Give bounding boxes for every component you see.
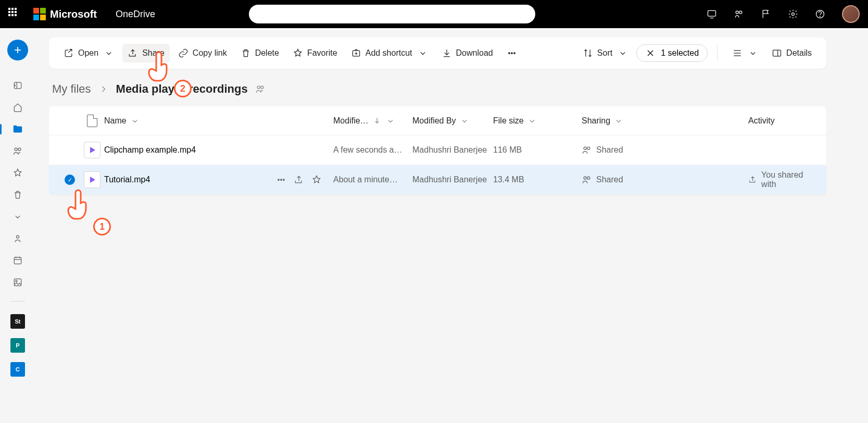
sort-button[interactable]: Sort <box>577 44 633 63</box>
home-icon[interactable] <box>11 101 24 114</box>
check-icon: ✓ <box>65 175 75 185</box>
download-label: Download <box>456 48 493 58</box>
microsoft-logo[interactable]: Microsoft <box>33 8 97 20</box>
add-button[interactable]: + <box>7 40 28 60</box>
svg-point-23 <box>508 53 510 54</box>
shared-icon[interactable] <box>11 145 24 157</box>
table-row[interactable]: Clipchamp example.mp4 A few seconds a… M… <box>49 135 826 165</box>
breadcrumb-root[interactable]: My files <box>52 82 91 96</box>
file-modified-by: Madhushri Banerjee <box>412 175 493 184</box>
panel-icon[interactable] <box>11 79 24 92</box>
file-type-icon <box>87 115 97 127</box>
download-button[interactable]: Download <box>436 44 498 63</box>
arrow-down-icon <box>372 116 382 126</box>
svg-point-38 <box>281 179 282 181</box>
flag-icon[interactable] <box>761 9 771 19</box>
list-view-icon <box>732 48 743 58</box>
photos-icon[interactable] <box>11 276 24 289</box>
more-button[interactable] <box>501 44 522 63</box>
gear-icon[interactable] <box>788 9 798 19</box>
help-icon[interactable] <box>815 9 825 19</box>
sort-icon <box>583 48 593 58</box>
screen-icon[interactable] <box>707 9 717 19</box>
delete-button[interactable]: Delete <box>235 44 284 63</box>
share-icon[interactable] <box>294 175 304 185</box>
row-checkbox[interactable]: ✓ <box>59 175 80 185</box>
svg-point-19 <box>16 280 17 282</box>
svg-point-37 <box>278 179 280 181</box>
chevron-down-icon <box>385 116 396 126</box>
download-icon <box>442 48 452 58</box>
top-bar: Microsoft OneDrive <box>0 0 868 28</box>
column-file-size[interactable]: File size <box>493 116 582 126</box>
svg-point-33 <box>257 86 260 89</box>
my-files-icon[interactable] <box>11 123 24 135</box>
file-activity: You shared with <box>748 170 816 189</box>
star-icon <box>293 48 303 58</box>
file-modified: A few seconds a… <box>333 145 412 155</box>
favorite-label: Favorite <box>307 48 337 58</box>
more-icon <box>507 48 517 58</box>
favorite-button[interactable]: Favorite <box>287 44 343 63</box>
user-avatar[interactable] <box>842 5 860 23</box>
search-input[interactable] <box>249 5 535 23</box>
column-sharing[interactable]: Sharing <box>582 116 748 126</box>
expand-icon[interactable] <box>11 210 24 223</box>
column-activity[interactable]: Activity <box>748 116 816 126</box>
svg-point-4 <box>736 11 738 14</box>
column-modified[interactable]: Modifie… <box>333 116 412 126</box>
file-modified-by: Madhushri Banerjee <box>412 145 493 155</box>
favorites-icon[interactable] <box>11 167 24 179</box>
table-row[interactable]: ✓ Tutorial.mp4 About a minute… Madhushri… <box>49 165 826 195</box>
delete-label: Delete <box>255 48 279 58</box>
copy-link-button[interactable]: Copy link <box>173 44 232 63</box>
chevron-down-icon <box>613 116 624 126</box>
svg-point-0 <box>259 10 264 16</box>
svg-point-39 <box>283 179 285 181</box>
view-toggle-button[interactable] <box>727 44 763 63</box>
open-label: Open <box>78 48 98 58</box>
add-shortcut-button[interactable]: Add shortcut <box>346 44 433 63</box>
share-button[interactable]: Share <box>122 44 170 63</box>
open-button[interactable]: Open <box>58 44 119 63</box>
svg-point-36 <box>587 147 590 150</box>
app-name[interactable]: OneDrive <box>116 9 155 20</box>
file-sharing[interactable]: Shared <box>582 145 748 155</box>
chevron-down-icon <box>104 48 114 58</box>
chevron-down-icon <box>459 116 470 126</box>
file-size: 116 MB <box>493 145 582 155</box>
chevron-right-icon <box>98 84 109 94</box>
svg-point-12 <box>18 148 21 151</box>
file-name[interactable]: Clipchamp example.mp4 <box>104 145 276 155</box>
calendar-icon[interactable] <box>11 254 24 267</box>
file-name[interactable]: Tutorial.mp4 <box>104 175 276 184</box>
details-icon <box>772 48 782 58</box>
main-content: Open Share Copy link Delete Favorite Add… <box>35 28 868 423</box>
teams-icon[interactable] <box>734 9 744 19</box>
file-sharing[interactable]: Shared <box>582 175 748 185</box>
column-name[interactable]: Name <box>104 116 276 126</box>
command-toolbar: Open Share Copy link Delete Favorite Add… <box>49 38 826 69</box>
svg-rect-9 <box>14 82 21 89</box>
app-launcher-icon[interactable] <box>8 8 21 20</box>
person-icon[interactable] <box>11 232 24 245</box>
shortcut-icon <box>351 48 361 58</box>
details-label: Details <box>786 48 812 58</box>
column-modified-by[interactable]: Modified By <box>412 116 493 126</box>
tile-st[interactable]: St <box>10 314 25 329</box>
chevron-down-icon <box>418 48 428 58</box>
details-button[interactable]: Details <box>766 44 817 63</box>
svg-point-13 <box>17 235 19 238</box>
close-icon[interactable] <box>645 48 656 58</box>
share-icon <box>128 48 138 58</box>
left-nav-rail: + St P C <box>0 28 35 423</box>
open-icon <box>64 48 74 58</box>
tile-c[interactable]: C <box>10 362 25 377</box>
star-icon[interactable] <box>311 175 322 185</box>
selection-pill[interactable]: 1 selected <box>636 44 708 62</box>
recycle-bin-icon[interactable] <box>11 189 24 201</box>
more-icon[interactable] <box>276 175 286 185</box>
tile-p[interactable]: P <box>10 338 25 353</box>
svg-point-24 <box>511 53 512 54</box>
trash-icon <box>241 48 251 58</box>
